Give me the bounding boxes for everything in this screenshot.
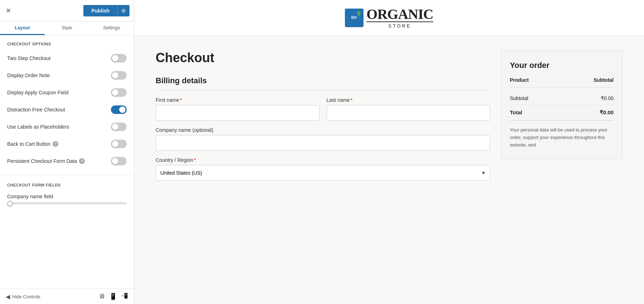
- option-label-use-labels: Use Labels as Placeholders: [7, 124, 69, 130]
- first-name-input[interactable]: [156, 105, 319, 121]
- toggle-slider-display-apply-coupon: [111, 88, 127, 97]
- top-bar: ✕ Publish ⚙: [0, 0, 134, 21]
- option-label-two-step: Two Step Checkout: [7, 55, 50, 61]
- company-name-field-label: Company name field: [0, 191, 134, 201]
- preview-header: ✏ Organic STORE: [134, 0, 644, 36]
- logo-store-text: STORE: [366, 21, 433, 29]
- checkout-form-fields-header: CHECKOUT FORM FIELDS: [0, 176, 134, 191]
- logo-area: ✏ Organic STORE: [345, 7, 433, 29]
- toggle-slider-back-to-cart: [111, 140, 127, 148]
- name-row: First name* Last name*: [156, 97, 490, 121]
- logo-organic-text: Organic: [366, 6, 433, 22]
- preview-body: Checkout Billing details First name* Las…: [134, 36, 644, 201]
- help-icon-back-to-cart[interactable]: ?: [53, 141, 58, 147]
- help-icon-persistent-checkout[interactable]: ?: [79, 158, 85, 164]
- first-name-required: *: [180, 97, 182, 103]
- option-label-back-to-cart: Back to Cart Button ?: [7, 141, 58, 147]
- company-field-slider-row: [0, 201, 134, 207]
- hide-controls-label: Hide Controls: [12, 294, 40, 299]
- device-icons-group: 🖥 📱 📲: [98, 293, 128, 300]
- desktop-icon[interactable]: 🖥: [98, 293, 105, 300]
- last-name-label: Last name*: [327, 97, 491, 103]
- company-row: Company name (optional): [156, 127, 490, 151]
- toggle-display-apply-coupon[interactable]: [111, 88, 127, 97]
- company-field-slider-thumb[interactable]: [7, 201, 13, 206]
- company-group: Company name (optional): [156, 127, 490, 151]
- last-name-required: *: [351, 97, 352, 103]
- product-col-header: Product: [510, 77, 529, 83]
- toggle-distraction-free[interactable]: [111, 105, 127, 114]
- toggle-back-to-cart[interactable]: [111, 140, 127, 148]
- country-row: Country / Region* United States (US) ▼: [156, 157, 490, 181]
- publish-button[interactable]: Publish: [83, 5, 117, 16]
- tab-settings[interactable]: Settings: [89, 21, 134, 35]
- option-row-display-apply-coupon: Display Apply Coupon Field: [0, 84, 134, 101]
- toggle-slider-persistent-checkout: [111, 157, 127, 165]
- toggle-slider-two-step: [111, 54, 127, 63]
- toggle-slider-display-order-note: [111, 71, 127, 80]
- subtotal-col-header: Subtotal: [594, 77, 614, 83]
- hide-controls-arrow-icon: ◀: [6, 293, 10, 300]
- first-name-label: First name*: [156, 97, 319, 103]
- toggle-display-order-note[interactable]: [111, 71, 127, 80]
- billing-details-title: Billing details: [156, 76, 490, 90]
- option-label-display-apply-coupon: Display Apply Coupon Field: [7, 90, 68, 95]
- toggle-slider-distraction-free: [111, 105, 127, 114]
- tab-style[interactable]: Style: [45, 21, 89, 35]
- toggle-slider-use-labels: [111, 123, 127, 131]
- option-row-distraction-free: Distraction Free Checkout: [0, 101, 134, 118]
- panel-content: CHECKOUT OPTIONS Two Step Checkout Displ…: [0, 35, 134, 289]
- option-row-use-labels: Use Labels as Placeholders: [0, 118, 134, 135]
- left-panel: ✕ Publish ⚙ Layout Style Settings CHECKO…: [0, 0, 134, 304]
- publish-area: Publish ⚙: [83, 5, 130, 16]
- total-value: ₹0.00: [600, 109, 614, 116]
- checkout-form: Checkout Billing details First name* Las…: [156, 50, 490, 187]
- option-row-display-order-note: Display Order Note: [0, 67, 134, 84]
- hide-controls-button[interactable]: ◀ Hide Controls: [6, 293, 40, 300]
- country-select-wrapper: United States (US) ▼: [156, 165, 490, 181]
- checkout-page-title: Checkout: [156, 50, 490, 65]
- company-input[interactable]: [156, 135, 490, 151]
- right-panel: ✏ Organic STORE Checkout Billing details: [134, 0, 644, 304]
- option-label-distraction-free: Distraction Free Checkout: [7, 107, 65, 113]
- total-row: Total ₹0.00: [510, 105, 614, 121]
- subtotal-label: Subtotal: [510, 95, 528, 101]
- logo-name: Organic: [366, 7, 433, 21]
- country-label: Country / Region*: [156, 157, 490, 163]
- order-summary: Your order Product Subtotal Subtotal ₹0.…: [501, 50, 623, 159]
- country-required: *: [194, 157, 196, 163]
- toggle-persistent-checkout[interactable]: [111, 157, 127, 165]
- option-label-display-order-note: Display Order Note: [7, 73, 50, 78]
- checkout-options-section: CHECKOUT OPTIONS Two Step Checkout Displ…: [0, 35, 134, 173]
- toggle-two-step[interactable]: [111, 54, 127, 63]
- country-select[interactable]: United States (US): [156, 165, 490, 181]
- option-row-persistent-checkout: Persistent Checkout Form Data ?: [0, 153, 134, 170]
- tablet-icon[interactable]: 📱: [109, 293, 117, 300]
- tab-layout[interactable]: Layout: [0, 21, 45, 35]
- company-field-slider-track: [7, 202, 127, 204]
- bottom-bar: ◀ Hide Controls 🖥 📱 📲: [0, 289, 134, 304]
- company-label: Company name (optional): [156, 127, 490, 133]
- country-group: Country / Region* United States (US) ▼: [156, 157, 490, 181]
- logo-icon: ✏: [345, 9, 364, 27]
- checkout-form-fields-section: CHECKOUT FORM FIELDS Company name field: [0, 176, 134, 211]
- first-name-group: First name*: [156, 97, 319, 121]
- checkout-options-header: CHECKOUT OPTIONS: [0, 35, 134, 50]
- total-label: Total: [510, 109, 522, 116]
- subtotal-row: Subtotal ₹0.00: [510, 92, 614, 105]
- order-summary-title: Your order: [510, 61, 614, 70]
- logo-text-block: Organic STORE: [366, 7, 433, 29]
- last-name-input[interactable]: [327, 105, 491, 121]
- last-name-group: Last name*: [327, 97, 491, 121]
- option-label-persistent-checkout: Persistent Checkout Form Data ?: [7, 158, 85, 164]
- publish-gear-button[interactable]: ⚙: [117, 5, 130, 16]
- close-button[interactable]: ✕: [4, 5, 13, 16]
- mobile-icon[interactable]: 📲: [121, 293, 128, 300]
- subtotal-value: ₹0.00: [601, 95, 614, 101]
- toggle-use-labels[interactable]: [111, 123, 127, 131]
- order-summary-header: Product Subtotal: [510, 77, 614, 88]
- section-divider: [0, 175, 134, 175]
- tab-bar: Layout Style Settings: [0, 21, 134, 35]
- privacy-text: Your personal data will be used to proce…: [510, 126, 614, 149]
- option-row-two-step: Two Step Checkout: [0, 50, 134, 67]
